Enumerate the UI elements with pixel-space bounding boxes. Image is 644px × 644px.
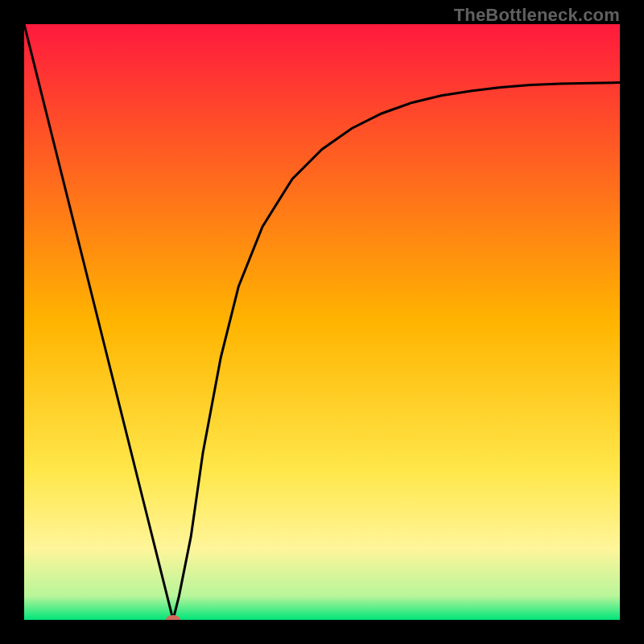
chart-frame: TheBottleneck.com: [0, 0, 644, 644]
watermark-text: TheBottleneck.com: [454, 5, 620, 26]
plot-area: [24, 24, 620, 620]
gradient-background: [24, 24, 620, 620]
chart-svg: [24, 24, 620, 620]
